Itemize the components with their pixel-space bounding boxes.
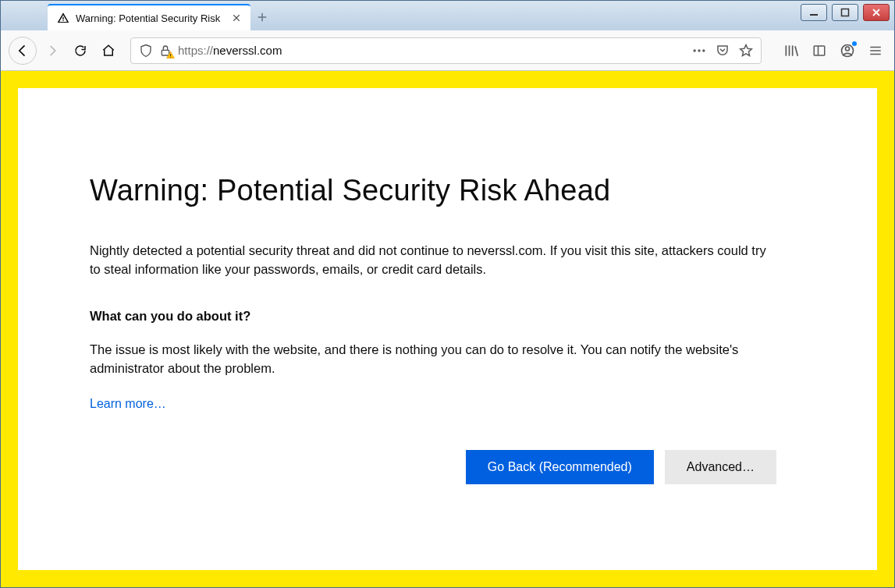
svg-point-13 bbox=[702, 49, 705, 51]
tab-close-button[interactable] bbox=[230, 12, 243, 24]
forward-button[interactable] bbox=[40, 38, 65, 63]
error-description: Nightly detected a potential security th… bbox=[90, 242, 776, 279]
sidebar-icon[interactable] bbox=[808, 40, 830, 62]
lock-warning-icon[interactable] bbox=[158, 43, 173, 58]
bookmark-star-icon[interactable] bbox=[737, 42, 755, 59]
back-button[interactable] bbox=[9, 37, 37, 65]
browser-tab[interactable]: Warning: Potential Security Risk bbox=[48, 4, 250, 30]
url-protocol: https:// bbox=[178, 44, 213, 57]
profile-icon[interactable] bbox=[836, 40, 858, 62]
learn-more-link[interactable]: Learn more… bbox=[90, 397, 166, 411]
tab-title: Warning: Potential Security Risk bbox=[76, 12, 226, 24]
error-subbody: The issue is most likely with the websit… bbox=[90, 341, 776, 378]
svg-rect-10 bbox=[170, 56, 171, 57]
advanced-button[interactable]: Advanced… bbox=[665, 450, 776, 484]
home-button[interactable] bbox=[96, 38, 121, 63]
profile-notification-dot bbox=[852, 41, 857, 46]
svg-rect-5 bbox=[842, 9, 849, 16]
error-page: Warning: Potential Security Risk Ahead N… bbox=[18, 88, 877, 570]
svg-rect-4 bbox=[810, 14, 818, 16]
address-bar[interactable]: https://neverssl.com bbox=[130, 37, 762, 64]
warning-border: Warning: Potential Security Risk Ahead N… bbox=[1, 71, 894, 587]
hamburger-menu-button[interactable] bbox=[865, 40, 886, 62]
svg-rect-18 bbox=[814, 46, 825, 55]
warning-icon bbox=[57, 12, 69, 24]
svg-line-17 bbox=[795, 46, 797, 55]
error-title: Warning: Potential Security Risk Ahead bbox=[90, 174, 805, 207]
close-window-button[interactable] bbox=[863, 4, 890, 21]
new-tab-button[interactable] bbox=[250, 5, 274, 29]
minimize-window-button[interactable] bbox=[801, 4, 827, 21]
svg-rect-9 bbox=[170, 54, 171, 56]
tracking-protection-icon[interactable] bbox=[137, 42, 154, 59]
pocket-icon[interactable] bbox=[714, 42, 731, 59]
maximize-window-button[interactable] bbox=[832, 4, 858, 21]
page-actions-button[interactable] bbox=[691, 42, 708, 59]
url-text: https://neverssl.com bbox=[178, 44, 691, 57]
url-host: neverssl.com bbox=[213, 44, 282, 57]
svg-point-11 bbox=[694, 49, 696, 51]
toolbar: https://neverssl.com bbox=[1, 30, 894, 71]
go-back-button[interactable]: Go Back (Recommended) bbox=[466, 450, 654, 484]
library-icon[interactable] bbox=[780, 40, 802, 62]
svg-point-21 bbox=[846, 47, 850, 51]
error-subheading: What can you do about it? bbox=[90, 309, 805, 324]
reload-button[interactable] bbox=[68, 38, 93, 63]
svg-point-12 bbox=[698, 49, 700, 51]
